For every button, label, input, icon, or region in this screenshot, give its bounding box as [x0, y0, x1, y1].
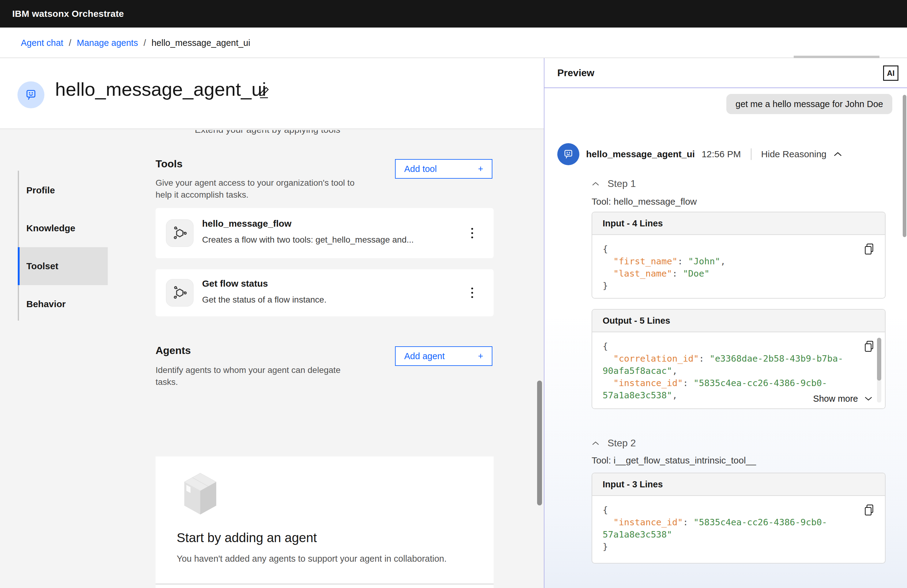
chevron-up-icon [591, 441, 599, 446]
code-scrollbar-track [877, 338, 881, 403]
step-2-tool-label: Tool: i__get_flow_status_intrinsic_tool_… [591, 455, 756, 466]
plus-icon: + [478, 351, 483, 361]
section-divider [155, 584, 494, 584]
preview-panel: Preview AI get me a hello message for Jo… [544, 58, 907, 588]
agents-heading: Agents [155, 345, 191, 356]
tool-name: Get flow status [202, 278, 268, 289]
user-message-bubble: get me a hello message for John Doe [726, 94, 892, 114]
breadcrumb-manage-agents[interactable]: Manage agents [77, 38, 138, 48]
step-2-input-card: Input - 3 Lines { "instance_id": "5835c4… [591, 473, 886, 564]
breadcrumb-separator: / [144, 38, 146, 48]
show-more-button[interactable]: Show more [809, 393, 873, 405]
tool-card-get-flow-status[interactable]: Get flow status Get the status of a flow… [155, 269, 494, 316]
input-json: { "instance_id": "5835c4ea-cc26-4386-9cb… [592, 496, 885, 558]
agent-editor-panel: hello_message_agent_ui Extend your agent… [0, 58, 544, 588]
sidebar-item-knowledge[interactable]: Knowledge [18, 209, 108, 247]
chat-smiley-icon [24, 88, 38, 102]
ai-badge: AI [883, 66, 899, 81]
chevron-up-icon [591, 181, 599, 187]
breadcrumb-separator: / [69, 38, 71, 48]
step-2-toggle[interactable]: Step 2 [591, 438, 636, 449]
copy-icon[interactable] [862, 340, 876, 353]
sidebar-item-behavior[interactable]: Behavior [18, 285, 108, 323]
tool-tile [166, 279, 194, 307]
breadcrumb-current: hello_message_agent_ui [152, 38, 250, 48]
agent-message-header: hello_message_agent_ui 12:56 PM Hide Rea… [557, 143, 842, 165]
tools-heading: Tools [155, 158, 183, 170]
step-1-input-card: Input - 4 Lines { "first_name": "John", … [591, 212, 886, 299]
step-1-toggle[interactable]: Step 1 [591, 178, 636, 189]
step-1-output-card: Output - 5 Lines { "correlation_id": "e3… [591, 309, 886, 409]
flow-tool-icon [172, 285, 188, 301]
add-agent-button[interactable]: Add agent + [395, 346, 492, 366]
output-json: { "correlation_id": "e3368dae-2b58-43b9-… [592, 332, 885, 409]
chat-smiley-icon [562, 148, 574, 160]
tool-overflow-menu-icon[interactable] [465, 224, 479, 242]
edit-title-icon[interactable] [256, 84, 272, 100]
input-card-header: Input - 4 Lines [592, 213, 885, 235]
page-title: hello_message_agent_ui [55, 78, 266, 100]
agent-avatar [557, 143, 579, 165]
tool-name: hello_message_flow [202, 219, 292, 229]
breadcrumb: Agent chat / Manage agents / hello_messa… [21, 27, 250, 58]
copy-icon[interactable] [862, 242, 876, 256]
chat-scrollbar[interactable] [903, 95, 906, 237]
tools-description: Give your agent access to your organizat… [155, 177, 364, 201]
preview-header: Preview AI [545, 58, 907, 88]
sidebar-item-toolset[interactable]: Toolset [18, 247, 108, 285]
output-card-header: Output - 5 Lines [592, 310, 885, 332]
tool-tile [166, 219, 194, 247]
empty-state-description: You haven't added any agents to support … [177, 554, 447, 564]
chevron-up-icon [833, 151, 842, 157]
code-scrollbar-thumb[interactable] [877, 338, 881, 380]
step-1-tool-label: Tool: hello_message_flow [591, 197, 697, 207]
scrolled-text-sliver: Extend your agent by applying tools [195, 130, 415, 137]
agents-empty-state: Start by adding an agent You haven't add… [155, 457, 494, 588]
box-illustration [183, 471, 218, 517]
copy-icon[interactable] [862, 503, 876, 517]
add-tool-button[interactable]: Add tool + [395, 159, 492, 179]
agents-description: Identify agents to whom your agent can d… [155, 364, 364, 388]
agent-name: hello_message_agent_ui [586, 149, 695, 160]
tool-card-hello-message-flow[interactable]: hello_message_flow Creates a flow with t… [155, 208, 494, 258]
left-panel-scrollbar[interactable] [537, 380, 542, 505]
chat-area: get me a hello message for John Doe hell… [545, 89, 907, 588]
preview-title: Preview [557, 67, 595, 78]
hide-reasoning-toggle[interactable]: Hide Reasoning [761, 149, 842, 160]
divider [751, 149, 752, 160]
sidebar-item-profile[interactable]: Profile [18, 171, 108, 209]
flow-tool-icon [172, 225, 188, 241]
empty-state-title: Start by adding an agent [177, 530, 317, 545]
tool-description: Get the status of a flow instance. [202, 295, 327, 305]
tool-description: Creates a flow with two tools: get_hello… [202, 235, 414, 245]
input-json: { "first_name": "John", "last_name": "Do… [592, 235, 885, 297]
agent-title-block: hello_message_agent_ui [0, 58, 544, 129]
breadcrumb-bar: Agent chat / Manage agents / hello_messa… [0, 27, 907, 58]
tool-overflow-menu-icon[interactable] [465, 284, 479, 302]
plus-icon: + [478, 164, 483, 174]
input-card-header: Input - 3 Lines [592, 473, 885, 496]
app-title: IBM watsonx Orchestrate [12, 8, 124, 19]
agent-avatar [18, 81, 45, 108]
chevron-down-icon [864, 396, 873, 401]
app-header: IBM watsonx Orchestrate [0, 0, 907, 27]
message-timestamp: 12:56 PM [702, 149, 741, 160]
breadcrumb-agent-chat[interactable]: Agent chat [21, 38, 63, 48]
